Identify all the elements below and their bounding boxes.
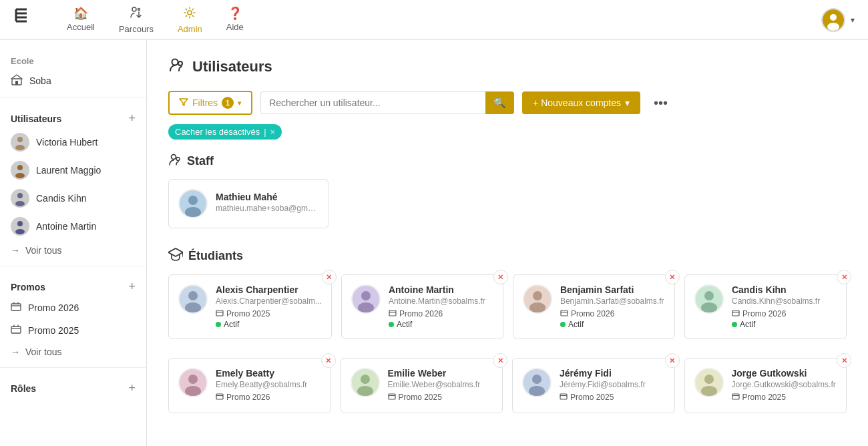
svg-rect-47 (561, 310, 568, 316)
student-card-candis[interactable]: ✕ Candis Kihn Candis.Kihn@sobalms.fr Pro… (684, 274, 847, 339)
svg-point-70 (704, 375, 714, 384)
sidebar-sep-2 (0, 266, 146, 266)
admin-icon (183, 6, 196, 23)
remove-candis-button[interactable]: ✕ (837, 270, 851, 284)
student-info-jorge: Jorge Gutkowski Jorge.Gutkowski@sobalms.… (732, 368, 837, 403)
avatar-candis (11, 189, 29, 208)
student-promo-emely: Promo 2026 (216, 392, 321, 402)
student-card-benjamin[interactable]: ✕ Benjamin Sarfati Benjamin.Sarfati@soba… (513, 274, 675, 339)
sidebar-promos-see-all[interactable]: → Voir tous (0, 342, 146, 362)
new-accounts-button[interactable]: + Nouveaux comptes ▾ (522, 91, 640, 114)
svg-point-10 (827, 23, 839, 31)
filter-separator: | (264, 127, 266, 137)
students-section-title: Étudiants (188, 249, 243, 263)
student-card-emilie[interactable]: ✕ Emilie Weber Emilie.Weber@sobalms.fr P… (341, 358, 503, 413)
svg-rect-72 (732, 394, 739, 399)
remove-jeremy-button[interactable]: ✕ (665, 353, 680, 368)
sidebar-user-candis[interactable]: Candis Kihn (0, 184, 146, 212)
sidebar-users-see-all[interactable]: → Voir tous (0, 240, 146, 260)
student-name-alexis: Alexis Charpentier (216, 284, 322, 295)
student-promo-alexis: Promo 2025 (216, 308, 322, 318)
sidebar-promo-2026-label: Promo 2026 (28, 302, 79, 313)
search-input[interactable] (260, 91, 485, 114)
student-card-antoine[interactable]: ✕ Antoine Martin Antoine.Martin@sobalms.… (341, 274, 503, 339)
student-card-emely[interactable]: ✕ Emely Beatty Emely.Beatty@sobalms.fr P… (168, 358, 331, 413)
staff-section-title-row: Staff (168, 153, 847, 170)
topnav-right: ▾ (821, 8, 855, 32)
page-title-row: Utilisateurs (168, 56, 847, 77)
staff-info-mathieu: Mathieu Mahé mathieu.mahe+soba@gmail.... (216, 192, 318, 216)
sidebar-promos-see-all-label: Voir tous (25, 347, 61, 357)
sidebar-sep-1 (0, 97, 146, 98)
sidebar-user-laurent[interactable]: Laurent Maggio (0, 156, 146, 184)
svg-point-40 (361, 291, 371, 300)
student-info-candis: Candis Kihn Candis.Kihn@sobalms.fr Promo… (732, 284, 837, 329)
sidebar-user-antoine[interactable]: Antoine Martin (0, 212, 146, 240)
sidebar-sep-3 (0, 367, 146, 368)
svg-point-30 (188, 196, 198, 205)
promo-icon-antoine (389, 308, 397, 318)
student-promo-candis: Promo 2026 (732, 308, 837, 318)
user-avatar[interactable] (821, 8, 845, 32)
sidebar-user-victoria[interactable]: Victoria Hubert (0, 128, 146, 156)
students-grid-row2: ✕ Emely Beatty Emely.Beatty@sobalms.fr P… (168, 358, 847, 413)
add-promo-button[interactable]: + (128, 280, 136, 294)
remove-benjamin-button[interactable]: ✕ (665, 270, 680, 284)
sidebar-promos-title: Promos (11, 282, 45, 292)
nav-accueil[interactable]: 🏠 Accueil (57, 2, 104, 38)
staff-card-mathieu[interactable]: Mathieu Mahé mathieu.mahe+soba@gmail.... (168, 179, 329, 228)
user-menu-chevron[interactable]: ▾ (851, 15, 855, 25)
staff-name-mathieu: Mathieu Mahé (216, 192, 318, 202)
filter-button[interactable]: Filtres 1 ▾ (168, 91, 252, 115)
nav-aide-label: Aide (226, 22, 244, 32)
nav-admin[interactable]: Admin (168, 2, 212, 38)
staff-cards: Mathieu Mahé mathieu.mahe+soba@gmail.... (168, 179, 847, 228)
student-email-emilie: Emilie.Weber@sobalms.fr (388, 380, 493, 389)
search-button[interactable]: 🔍 (485, 91, 514, 114)
svg-point-26 (178, 61, 182, 65)
student-status-benjamin: Actif (560, 320, 665, 329)
sidebar-school-item[interactable]: Soba (0, 69, 146, 92)
add-user-button[interactable]: + (128, 112, 136, 126)
home-icon: 🏠 (73, 6, 88, 21)
student-name-emilie: Emilie Weber (388, 368, 493, 379)
student-avatar-candis (694, 284, 724, 314)
student-info-jeremy: Jérémy Fidi Jérémy.Fidi@sobalms.fr Promo… (560, 368, 665, 403)
nav-parcours[interactable]: Parcours (110, 2, 163, 38)
nav-parcours-label: Parcours (119, 24, 154, 34)
remove-emilie-button[interactable]: ✕ (493, 353, 507, 368)
new-accounts-label: + Nouveaux comptes (533, 97, 621, 108)
status-dot-candis (732, 322, 737, 327)
remove-emely-button[interactable]: ✕ (321, 353, 336, 368)
promos-see-all-arrow: → (11, 347, 20, 357)
svg-point-60 (361, 375, 370, 384)
more-options-button[interactable]: ••• (648, 93, 673, 114)
filter-label: Filtres (192, 97, 218, 108)
student-card-jorge[interactable]: ✕ Jorge Gutkowski Jorge.Gutkowski@sobalm… (684, 358, 847, 413)
student-avatar-emely (178, 368, 208, 397)
students-section-title-row: Étudiants (168, 247, 847, 265)
nav-aide[interactable]: ❓ Aide (217, 2, 253, 38)
remove-antoine-button[interactable]: ✕ (493, 270, 508, 284)
student-card-jeremy[interactable]: ✕ Jérémy Fidi Jérémy.Fidi@sobalms.fr Pro… (512, 358, 675, 413)
student-info-emilie: Emilie Weber Emilie.Weber@sobalms.fr Pro… (388, 368, 493, 403)
svg-marker-32 (168, 248, 183, 256)
student-card-alexis[interactable]: ✕ Alexis Charpentier Alexis.Charpentier@… (168, 274, 332, 339)
promo-icon-2 (11, 324, 21, 337)
student-email-emely: Emely.Beatty@sobalms.fr (216, 380, 321, 389)
sidebar-roles-header: Rôles + (0, 373, 146, 398)
student-name-jeremy: Jérémy Fidi (560, 368, 665, 379)
sidebar-promo-2025[interactable]: Promo 2025 (0, 319, 146, 342)
remove-jorge-button[interactable]: ✕ (837, 353, 851, 368)
add-role-button[interactable]: + (128, 381, 136, 395)
student-email-candis: Candis.Kihn@sobalms.fr (732, 296, 837, 306)
students-icon (168, 247, 183, 265)
student-email-jorge: Jorge.Gutkowski@sobalms.fr (732, 380, 837, 389)
remove-alexis-button[interactable]: ✕ (322, 270, 337, 284)
sidebar-promo-2026[interactable]: Promo 2026 (0, 296, 146, 319)
app-logo[interactable] (13, 5, 37, 34)
svg-point-55 (188, 375, 198, 384)
sidebar-school-section: Ecole (0, 51, 146, 69)
svg-point-50 (704, 291, 714, 300)
filter-tag-close[interactable]: × (270, 127, 276, 137)
